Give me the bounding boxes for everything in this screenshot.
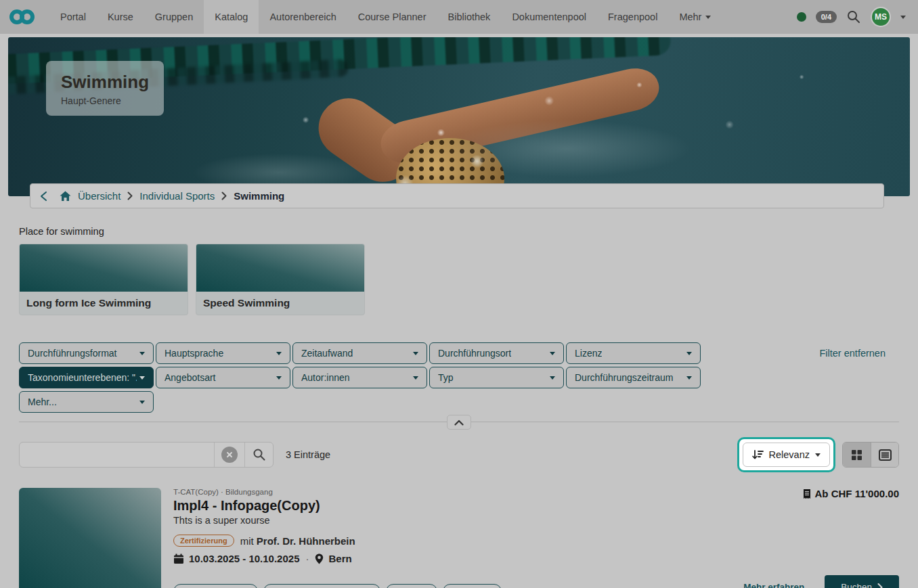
chevron-down-icon	[276, 352, 282, 355]
back-chevron-icon[interactable]	[40, 191, 47, 202]
taxonomy-section-label: Place for swimming	[19, 226, 899, 237]
sort-label: Relevanz	[769, 449, 810, 460]
book-button-label: Buchen	[841, 582, 872, 588]
filter-label: Taxonomieunterebenen: "...	[28, 372, 137, 383]
chevron-down-icon	[413, 352, 418, 355]
collapse-filters-button[interactable]	[447, 415, 471, 430]
filter-angebotsart[interactable]: Angebotsart	[156, 367, 290, 388]
filter-pills: Durchführungsformat Hauptsprache Zeitauf…	[19, 342, 704, 413]
nav-item-portal[interactable]: Portal	[49, 0, 97, 34]
filter-label: Durchführungszeitraum	[575, 372, 674, 383]
filter-hauptsprache[interactable]: Hauptsprache	[156, 342, 290, 364]
chevron-down-icon	[815, 453, 821, 457]
session-count-badge[interactable]: 0/4	[816, 11, 837, 23]
view-toggle-group	[842, 442, 899, 468]
breadcrumb-link-overview[interactable]: Übersicht	[78, 190, 121, 202]
filter-durchfuehrungszeitraum[interactable]: Durchführungszeitraum	[566, 367, 701, 388]
date-location-row: 10.03.2025 - 10.10.2025 · Bern	[173, 553, 502, 564]
main-menu: Portal Kurse Gruppen Katalog Autorenbere…	[49, 0, 722, 34]
home-icon[interactable]	[60, 191, 71, 202]
result-count: 3 Einträge	[286, 449, 330, 460]
clear-icon	[221, 447, 238, 463]
nav-item-mehr-label: Mehr	[679, 12, 701, 22]
openolat-logo[interactable]	[9, 9, 35, 24]
date-range: 10.03.2025 - 10.10.2025	[189, 553, 299, 564]
nav-item-katalog[interactable]: Katalog	[204, 0, 259, 34]
sort-dropdown-button[interactable]: Relevanz	[743, 443, 830, 467]
nav-item-gruppen[interactable]: Gruppen	[144, 0, 204, 34]
page-title: Swimming	[61, 72, 149, 93]
filter-label: Lizenz	[575, 348, 602, 359]
tag-individual-sports[interactable]: Individual Sports	[173, 584, 258, 588]
taxonomy-card-label: Speed Swimming	[196, 292, 364, 315]
grid-icon	[851, 449, 862, 461]
filter-zeitaufwand[interactable]: Zeitaufwand	[292, 342, 427, 364]
book-button[interactable]: Buchen	[825, 575, 899, 588]
user-menu-chevron-icon[interactable]	[900, 16, 906, 19]
nav-item-fragenpool[interactable]: Fragenpool	[597, 0, 668, 34]
instructor-name: Prof. Dr. Hühnerbein	[257, 535, 355, 547]
filter-autorinnen[interactable]: Autor:innen	[292, 367, 427, 388]
results-search-group	[19, 442, 274, 468]
filter-durchfuehrungsformat[interactable]: Durchführungsformat	[19, 342, 154, 364]
course-list-item: T-CAT(Copy) · Bildungsgang Impl4 - Infop…	[19, 488, 899, 588]
submit-search-button[interactable]	[244, 443, 273, 467]
filter-lizenz[interactable]: Lizenz	[566, 342, 701, 364]
grid-view-button[interactable]	[843, 443, 871, 467]
nav-item-dokumentenpool[interactable]: Dokumentenpool	[501, 0, 597, 34]
filter-typ[interactable]: Typ	[429, 367, 564, 388]
hero-banner: Swimming Haupt-Genere	[8, 37, 910, 196]
nav-item-mehr[interactable]: Mehr	[668, 0, 722, 34]
search-input[interactable]	[20, 443, 214, 467]
chevron-down-icon	[413, 376, 418, 380]
certification-badge: Zertifizierung	[173, 535, 234, 547]
nav-item-autorenbereich[interactable]: Autorenbereich	[259, 0, 347, 34]
chevron-down-icon	[276, 376, 282, 380]
chevron-down-icon	[550, 376, 555, 380]
course-thumbnail[interactable]	[19, 488, 161, 588]
filter-divider	[19, 422, 899, 422]
breadcrumb-separator-icon	[127, 191, 133, 200]
clear-search-button[interactable]	[214, 443, 244, 467]
more-info-link[interactable]: Mehr erfahren	[743, 582, 804, 588]
receipt-icon	[803, 489, 811, 499]
chevron-down-icon	[705, 16, 711, 19]
tag-swimming[interactable]: Swimming	[443, 584, 502, 588]
breadcrumb-current: Swimming	[234, 190, 284, 202]
filter-taxonomieunterebenen[interactable]: Taxonomieunterebenen: "...	[19, 367, 154, 388]
user-avatar[interactable]: MS	[871, 7, 891, 27]
search-icon[interactable]	[846, 9, 861, 24]
nav-item-bibliothek[interactable]: Bibliothek	[437, 0, 502, 34]
course-actions: Mehr erfahren Buchen	[743, 575, 899, 588]
action-highlight-ring: Relevanz	[737, 437, 835, 472]
list-view-button[interactable]	[871, 443, 898, 467]
filter-label: Typ	[438, 372, 454, 383]
course-title[interactable]: Impl4 - Infopage(Copy)	[173, 498, 502, 514]
instructor-prefix: mit	[240, 535, 254, 547]
taxonomy-card-long-form-ice-swimming[interactable]: Long form Ice Swimming	[19, 244, 188, 315]
location-pin-icon	[315, 553, 324, 564]
taxonomy-card-label: Long form Ice Swimming	[20, 292, 188, 315]
list-icon	[879, 449, 892, 461]
breadcrumb-separator-icon	[221, 191, 227, 200]
nav-item-course-planner[interactable]: Course Planner	[347, 0, 437, 34]
filter-label: Autor:innen	[301, 372, 350, 383]
online-status-dot	[797, 12, 806, 22]
certification-row: Zertifizierung mit Prof. Dr. Hühnerbein	[173, 535, 502, 547]
filter-label: Angebotsart	[165, 372, 216, 383]
course-body: T-CAT(Copy) · Bildungsgang Impl4 - Infop…	[173, 488, 899, 588]
filter-label: Hauptsprache	[165, 348, 223, 359]
taxonomy-card-speed-swimming[interactable]: Speed Swimming	[196, 244, 365, 315]
tag-long-form-ice-swimming[interactable]: Long form Ice Swimming	[263, 584, 380, 588]
breadcrumb-link-individual-sports[interactable]: Individual Sports	[139, 190, 215, 202]
filter-label: Durchführungsformat	[28, 348, 117, 359]
results-toolbar: 3 Einträge Relevanz	[19, 437, 899, 472]
chevron-down-icon	[139, 376, 145, 380]
taxonomy-cards: Long form Ice Swimming Speed Swimming	[19, 244, 899, 315]
filter-durchfuehrungsort[interactable]: Durchführungsort	[429, 342, 564, 364]
nav-item-kurse[interactable]: Kurse	[97, 0, 144, 34]
toolbar-right: Relevanz	[737, 437, 899, 472]
tag-skeleton[interactable]: Skeleton	[386, 584, 437, 588]
clear-filters-link[interactable]: Filter entfernen	[819, 348, 886, 359]
filter-mehr[interactable]: Mehr...	[19, 391, 154, 413]
